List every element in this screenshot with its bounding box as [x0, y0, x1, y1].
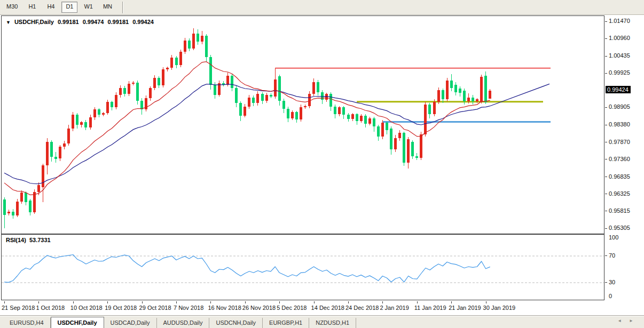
price-axis-label: 0.95305 — [609, 225, 630, 231]
tab-scroll-left-icon[interactable]: ◄ — [617, 318, 629, 323]
date-axis-label: 26 Nov 2018 — [242, 305, 276, 311]
candlestick-chart-canvas[interactable] — [2, 16, 604, 234]
ohlc-close: 0.99424 — [132, 19, 154, 25]
price-axis-tick — [605, 159, 607, 159]
timeframe-toolbar: M30H1H4D1W1MN — [0, 0, 644, 15]
rsi-indicator-label: RSI(14)53.7331 — [6, 237, 51, 243]
date-axis-tick — [38, 301, 39, 303]
date-axis-tick — [4, 301, 5, 303]
rsi-indicator-panel[interactable]: RSI(14)53.7331 — [1, 234, 604, 300]
tab-eurgbp-h1[interactable]: EURGBP,H1 — [263, 318, 309, 328]
price-axis-tick — [605, 211, 607, 211]
date-axis-label: 5 Dec 2018 — [277, 305, 307, 311]
tab-scroll-right-icon[interactable]: ► — [629, 318, 641, 323]
tab-usdchf-daily[interactable]: USDCHF,Daily — [51, 317, 104, 328]
price-chart-panel[interactable]: ▼USDCHF,Daily0.991810.994740.991810.9942… — [1, 15, 604, 234]
date-axis-label: 10 Oct 2018 — [70, 305, 103, 311]
date-axis-tick — [73, 301, 74, 303]
price-axis-label: 0.95815 — [609, 207, 630, 214]
rsi-line — [4, 255, 490, 283]
date-axis-label: 11 Jan 2019 — [414, 305, 446, 311]
rsi-name: RSI(14) — [6, 237, 26, 243]
timeframe-button-w1[interactable]: W1 — [80, 2, 97, 13]
price-axis-label: 0.99925 — [609, 69, 630, 76]
price-axis-tick — [605, 56, 607, 57]
date-axis-label: 21 Sep 2018 — [2, 305, 35, 311]
rsi-axis[interactable]: 10070300 — [605, 234, 643, 300]
price-axis-tick — [605, 142, 607, 142]
chart-symbol-label: USDCHF,Daily — [14, 19, 54, 25]
ohlc-high: 0.99474 — [83, 19, 104, 25]
tab-eurusd-h4[interactable]: EURUSD,H4 — [3, 318, 51, 328]
price-axis-tick — [605, 38, 607, 39]
date-axis-label: 16 Nov 2018 — [208, 305, 241, 311]
price-axis-label: 0.96325 — [609, 190, 630, 197]
date-axis-label: 24 Dec 2018 — [345, 305, 379, 311]
rsi-axis-tick — [605, 282, 607, 283]
chart-title: ▼USDCHF,Daily0.991810.994740.991810.9942… — [6, 19, 154, 25]
price-axis-label: 0.98905 — [609, 103, 630, 110]
date-axis[interactable]: 21 Sep 20181 Oct 201810 Oct 201819 Oct 2… — [1, 301, 605, 315]
fast-ma-line — [4, 62, 490, 195]
price-axis-label: 0.98380 — [609, 121, 630, 127]
tab-nzdusd-h1[interactable]: NZDUSD,H1 — [309, 318, 356, 328]
price-axis-tick — [605, 228, 607, 229]
price-axis[interactable]: 1.014701.009601.004350.999250.989050.983… — [605, 15, 643, 234]
ohlc-open: 0.99181 — [58, 19, 79, 25]
timeframe-button-h4[interactable]: H4 — [43, 2, 59, 13]
date-axis-label: 2 Jan 2019 — [380, 305, 409, 311]
symbol-tab-bar: EURUSD,H4USDCHF,DailyUSDCAD,DailyAUDUSD,… — [0, 316, 644, 328]
tab-scroll-arrows: ◄► — [617, 318, 641, 323]
price-axis-tick — [605, 107, 607, 108]
price-axis-label: 0.96835 — [609, 173, 630, 180]
slow-ma-line — [4, 84, 490, 184]
date-axis-tick — [486, 301, 486, 303]
tab-usdcad-daily[interactable]: USDCAD,Daily — [104, 318, 157, 328]
price-axis-label: 0.97870 — [609, 139, 630, 145]
date-axis-tick — [348, 301, 349, 303]
date-axis-label: 1 Oct 2018 — [36, 305, 65, 311]
date-axis-label: 29 Oct 2018 — [139, 305, 171, 311]
annotation-trendline[interactable] — [490, 84, 549, 106]
rsi-axis-label: 0 — [609, 293, 612, 299]
date-axis-label: 19 Oct 2018 — [105, 305, 137, 311]
price-axis-tick — [605, 125, 607, 125]
toolbar-separator — [122, 2, 123, 13]
price-axis-tick — [605, 73, 607, 74]
date-axis-label: 7 Nov 2018 — [174, 305, 203, 311]
price-axis-tick — [605, 177, 607, 177]
date-axis-tick — [142, 301, 143, 303]
timeframe-button-m30[interactable]: M30 — [3, 2, 21, 13]
date-axis-label: 30 Jan 2019 — [483, 305, 516, 311]
rsi-axis-tick — [605, 255, 607, 256]
date-axis-tick — [417, 301, 418, 303]
price-axis-label: 1.00960 — [609, 35, 630, 41]
tab-audusd-daily[interactable]: AUDUSD,Daily — [157, 318, 210, 328]
price-axis-tick — [605, 194, 607, 194]
tab-usdcnh-daily[interactable]: USDCNH,Daily — [209, 318, 263, 328]
ohlc-low: 0.99181 — [107, 19, 129, 25]
date-axis-tick — [314, 301, 315, 303]
date-axis-tick — [451, 301, 452, 303]
date-axis-tick — [176, 301, 177, 303]
price-axis-label: 1.01470 — [609, 18, 630, 24]
collapse-triangle-icon[interactable]: ▼ — [6, 20, 11, 25]
chart-client-area: ▼USDCHF,Daily0.991810.994740.991810.9942… — [0, 15, 644, 316]
date-axis-label: 14 Dec 2018 — [311, 305, 344, 311]
rsi-axis-label: 100 — [609, 234, 618, 241]
rsi-axis-label: 30 — [609, 279, 615, 285]
current-price-tag: 0.99424 — [606, 86, 631, 93]
timeframe-button-h1[interactable]: H1 — [24, 2, 40, 13]
rsi-axis-label: 70 — [609, 252, 615, 259]
date-axis-tick — [279, 301, 280, 303]
price-axis-tick — [605, 21, 607, 22]
date-axis-tick — [245, 301, 246, 303]
candles — [3, 28, 492, 228]
price-axis-label: 0.97360 — [609, 156, 630, 162]
date-axis-tick — [107, 301, 108, 303]
rsi-chart-canvas[interactable] — [2, 235, 604, 300]
date-axis-label: 21 Jan 2019 — [449, 305, 481, 311]
date-axis-tick — [382, 301, 383, 303]
timeframe-button-mn[interactable]: MN — [99, 2, 116, 13]
timeframe-button-d1[interactable]: D1 — [61, 2, 77, 13]
